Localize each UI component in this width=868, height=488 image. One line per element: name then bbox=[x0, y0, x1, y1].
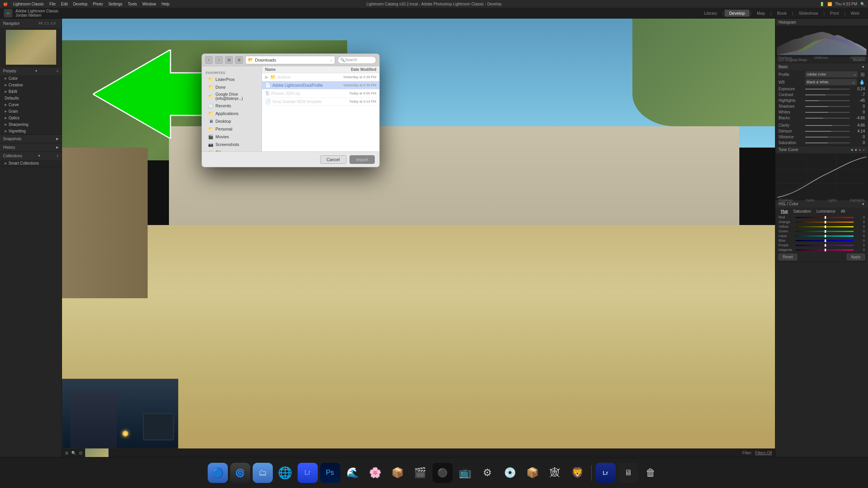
saturation-slider[interactable] bbox=[805, 143, 850, 143]
hsl-tab-saturation[interactable]: Saturation bbox=[791, 208, 813, 214]
sidebar-other[interactable]: 📁Other bbox=[202, 148, 262, 151]
file-row-adobe[interactable]: 📄 Adobe Lightroom/DockProfile Yesterday … bbox=[262, 81, 379, 89]
snapshots-header[interactable]: Snapshots ▶ bbox=[0, 135, 62, 143]
dock-lightroom-mobile[interactable]: Lr bbox=[298, 463, 318, 483]
shadows-slider[interactable] bbox=[805, 106, 850, 107]
dock-camera-raw[interactable]: 🌊 bbox=[343, 463, 363, 483]
preset-creative[interactable]: ▶Creative bbox=[0, 82, 62, 88]
hsl-tab-luminance[interactable]: Luminance bbox=[814, 208, 838, 214]
sidebar-screenshots[interactable]: 📷Screenshots bbox=[202, 141, 262, 148]
contrast-slider[interactable] bbox=[805, 95, 850, 95]
preset-curve[interactable]: ▶Curve bbox=[0, 101, 62, 108]
vibrance-slider[interactable] bbox=[805, 137, 850, 137]
menu-develop[interactable]: Develop bbox=[73, 2, 88, 6]
dock-screenflow[interactable]: 📺 bbox=[455, 463, 475, 483]
preset-bw[interactable]: ▶B&W bbox=[0, 88, 62, 95]
dock-photoshop[interactable]: Ps bbox=[320, 463, 340, 483]
dialog-search[interactable]: 🔍 Search bbox=[338, 56, 376, 64]
import-button[interactable]: Import bbox=[350, 155, 375, 164]
dock-finder[interactable]: 🔵 bbox=[208, 463, 228, 483]
dock-photos[interactable]: 🌸 bbox=[365, 463, 385, 483]
reset-button[interactable]: Reset bbox=[778, 254, 797, 260]
highlights-slider[interactable] bbox=[805, 100, 850, 101]
tc-b-channel[interactable]: ● bbox=[863, 148, 865, 152]
blacks-slider[interactable] bbox=[805, 118, 850, 119]
tab-develop[interactable]: Develop bbox=[725, 10, 749, 17]
menu-tools[interactable]: Tools bbox=[128, 2, 137, 6]
preset-color[interactable]: ▶Color bbox=[0, 75, 62, 82]
hsl-orange-slider[interactable] bbox=[796, 222, 854, 223]
tone-curve-graph[interactable]: ShadowsDarksLightsHighlights bbox=[775, 153, 868, 200]
preset-vignetting[interactable]: ▶Vignetting bbox=[0, 128, 62, 134]
preset-optics[interactable]: ▶Optics bbox=[0, 115, 62, 121]
hsl-purple-slider[interactable] bbox=[796, 245, 854, 246]
collections-header[interactable]: Collections ▼ + bbox=[0, 152, 62, 160]
dock-dropbox[interactable]: 📦 bbox=[522, 463, 542, 483]
navigator-thumbnail[interactable] bbox=[6, 30, 56, 65]
hsl-red-slider[interactable] bbox=[796, 217, 854, 218]
tab-map[interactable]: Map bbox=[752, 10, 770, 17]
navigator-header[interactable]: Navigator Fit 1:1 1:3 bbox=[0, 19, 62, 28]
profile-dropdown[interactable]: Adobe Color ⌄ bbox=[805, 71, 858, 77]
file-row-sony[interactable]: 📄 Sony Outside NEW template Today at 4:1… bbox=[262, 98, 379, 106]
dock-trash[interactable]: 🗑 bbox=[641, 463, 661, 483]
hsl-magenta-slider[interactable] bbox=[796, 249, 854, 251]
history-header[interactable]: History ▶ bbox=[0, 143, 62, 151]
sidebar-done[interactable]: 📁Done bbox=[202, 83, 262, 91]
menu-apple[interactable]: 🍎 bbox=[3, 2, 8, 6]
dialog-new-folder-button[interactable]: ⊕ bbox=[235, 56, 243, 64]
hsl-green-slider[interactable] bbox=[796, 231, 854, 232]
dock-lightroom-cc[interactable]: Lr bbox=[596, 463, 616, 483]
preset-defaults[interactable]: Defaults bbox=[0, 95, 62, 101]
tc-g-channel[interactable]: ● bbox=[859, 148, 861, 152]
file-row-archive[interactable]: ▶ 📁 Archive Yesterday at 5:39 PM bbox=[262, 73, 379, 81]
sidebar-applications[interactable]: 📁Applications bbox=[202, 110, 262, 117]
hsl-tab-all[interactable]: All bbox=[839, 208, 847, 214]
apply-button[interactable]: Apply bbox=[847, 254, 865, 260]
dock-final-cut[interactable]: 🎬 bbox=[410, 463, 430, 483]
clarity-slider[interactable] bbox=[805, 125, 850, 126]
sidebar-personal[interactable]: 📁Personal bbox=[202, 125, 262, 133]
sidebar-listerPros[interactable]: 📁ListerPros bbox=[202, 76, 262, 83]
dock-brave[interactable]: 🦁 bbox=[567, 463, 587, 483]
filters-off-button[interactable]: Filters Off bbox=[755, 451, 772, 455]
menu-file[interactable]: File bbox=[49, 2, 55, 6]
menu-help[interactable]: Help bbox=[162, 2, 170, 6]
menu-photo[interactable]: Photo bbox=[93, 2, 103, 6]
menu-window[interactable]: Window bbox=[142, 2, 156, 6]
sidebar-movies[interactable]: 🎬Movies bbox=[202, 133, 262, 141]
presets-header[interactable]: Presets ▼ + bbox=[0, 67, 62, 75]
sidebar-recents[interactable]: 🕐Recents bbox=[202, 102, 262, 110]
hsl-aqua-slider[interactable] bbox=[796, 235, 854, 237]
tab-slideshow[interactable]: Slideshow bbox=[794, 10, 823, 17]
tc-point-curve[interactable]: ● bbox=[851, 148, 853, 152]
loupe-view-button[interactable]: 🔍 bbox=[71, 451, 76, 455]
grid-view-button[interactable]: ⊞ bbox=[65, 451, 68, 455]
dock-web[interactable]: 🕸 bbox=[545, 463, 565, 483]
add-collection-button[interactable]: + bbox=[56, 154, 59, 158]
tone-curve-header[interactable]: Tone Curve ● ● ● ● bbox=[775, 146, 868, 153]
dock-dvd[interactable]: 💿 bbox=[500, 463, 520, 483]
sidebar-desktop[interactable]: 🖥Desktop bbox=[202, 117, 262, 125]
histogram-header[interactable]: Histogram bbox=[775, 19, 868, 26]
dock-safari-alt[interactable]: 🌀 bbox=[230, 463, 250, 483]
dock-finder2[interactable]: 🗂 bbox=[253, 463, 273, 483]
tab-web[interactable]: Web bbox=[846, 10, 864, 17]
menu-edit[interactable]: Edit bbox=[61, 2, 68, 6]
dock-substance[interactable]: 📦 bbox=[388, 463, 408, 483]
file-row-presets[interactable]: 🗜 Presets 2020.zip Today at 9:55 PM bbox=[262, 89, 379, 98]
add-preset-button[interactable]: + bbox=[56, 69, 59, 73]
dialog-back-button[interactable]: ‹ bbox=[205, 56, 213, 64]
browse-profiles-button[interactable]: ⊞ bbox=[860, 71, 865, 77]
whites-slider[interactable] bbox=[805, 112, 850, 113]
tab-library[interactable]: Library bbox=[699, 10, 722, 17]
dialog-view-button[interactable]: ⊞ bbox=[225, 56, 233, 64]
wb-eyedropper[interactable]: 💧 bbox=[859, 79, 865, 85]
photo-view[interactable]: ‹ › ⊞ ⊕ 📂 Downloads ⌄ 🔍 Search bbox=[62, 19, 775, 448]
hsl-blue-slider[interactable] bbox=[796, 240, 854, 241]
menu-app[interactable]: Lightroom Classic bbox=[13, 2, 44, 6]
tc-r-channel[interactable]: ● bbox=[855, 148, 857, 152]
hsl-tab-hue[interactable]: Hue bbox=[778, 208, 790, 214]
menu-settings[interactable]: Settings bbox=[108, 2, 122, 6]
sidebar-googledrive[interactable]: 📁Google Drive (info@listerpr...) bbox=[202, 91, 262, 102]
